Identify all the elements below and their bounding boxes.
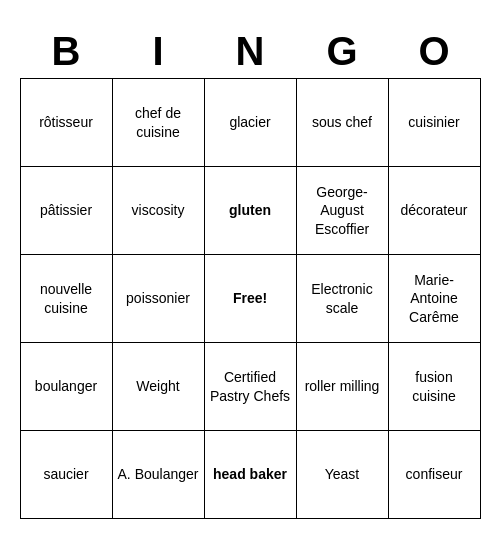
cell-2-0: nouvelle cuisine [20,255,112,343]
cell-1-4: décorateur [388,167,480,255]
cell-0-3: sous chef [296,79,388,167]
cell-2-1: poissonier [112,255,204,343]
cell-3-4: fusion cuisine [388,343,480,431]
table-row: boulangerWeightCertified Pastry Chefsrol… [20,343,480,431]
cell-1-2: gluten [204,167,296,255]
cell-1-0: pâtissier [20,167,112,255]
cell-4-2: head baker [204,431,296,519]
cell-0-1: chef de cuisine [112,79,204,167]
cell-0-0: rôtisseur [20,79,112,167]
cell-3-1: Weight [112,343,204,431]
header-i: I [112,25,204,79]
header-o: O [388,25,480,79]
header-g: G [296,25,388,79]
table-row: rôtisseurchef de cuisineglaciersous chef… [20,79,480,167]
cell-4-0: saucier [20,431,112,519]
table-row: saucierA. Boulangerhead bakerYeastconfis… [20,431,480,519]
cell-2-3: Electronic scale [296,255,388,343]
bingo-header: B I N G O [20,25,480,79]
cell-4-1: A. Boulanger [112,431,204,519]
cell-3-0: boulanger [20,343,112,431]
table-row: pâtissierviscosityglutenGeorge-August Es… [20,167,480,255]
cell-0-2: glacier [204,79,296,167]
header-n: N [204,25,296,79]
cell-3-3: roller milling [296,343,388,431]
cell-4-3: Yeast [296,431,388,519]
cell-3-2: Certified Pastry Chefs [204,343,296,431]
cell-4-4: confiseur [388,431,480,519]
cell-0-4: cuisinier [388,79,480,167]
cell-1-1: viscosity [112,167,204,255]
table-row: nouvelle cuisinepoissonierFree!Electroni… [20,255,480,343]
cell-2-4: Marie-Antoine Carême [388,255,480,343]
header-b: B [20,25,112,79]
cell-1-3: George-August Escoffier [296,167,388,255]
cell-2-2: Free! [204,255,296,343]
